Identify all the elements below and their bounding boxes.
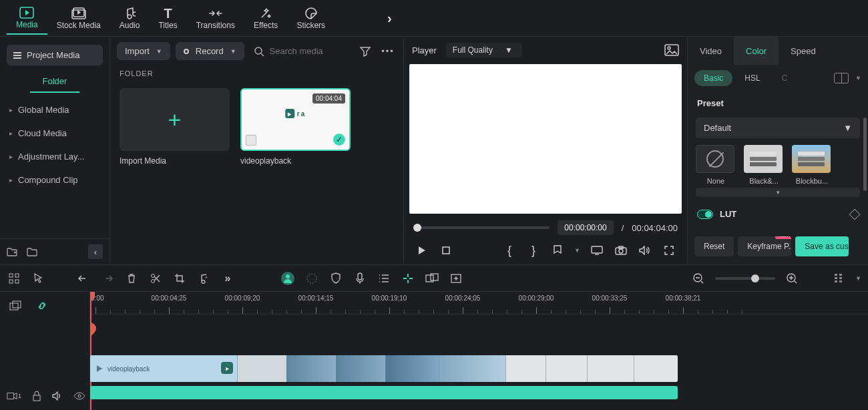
preset-none[interactable]: None	[696, 145, 736, 185]
tab-titles[interactable]: T Titles	[149, 1, 186, 35]
display-icon[interactable]	[590, 243, 604, 258]
mute-icon[interactable]	[52, 389, 63, 403]
volume-icon[interactable]	[638, 243, 652, 258]
zoom-in-icon[interactable]	[785, 271, 799, 286]
video-track-icon[interactable]: 1	[7, 389, 21, 403]
mark-in-icon[interactable]: {	[502, 243, 517, 258]
mic-icon[interactable]	[353, 271, 367, 286]
tab-color[interactable]: Color	[734, 37, 779, 65]
import-button[interactable]: Import▼	[117, 42, 170, 60]
subtab-curves[interactable]: C	[773, 70, 797, 86]
scrub-thumb[interactable]	[413, 224, 421, 232]
logo-badge-icon: ▸	[221, 362, 233, 374]
marker[interactable]	[90, 320, 99, 337]
expand-icon[interactable]: »	[220, 271, 235, 286]
tab-video[interactable]: Video	[688, 37, 734, 65]
chevron-right-icon[interactable]: ›	[387, 11, 392, 26]
snapshot-icon[interactable]	[614, 243, 628, 258]
keyframe-icon[interactable]	[849, 208, 861, 220]
overlap-icon[interactable]	[425, 271, 439, 286]
video-clip[interactable]: videoplayback ▸	[90, 355, 678, 382]
zoom-slider[interactable]	[715, 277, 775, 280]
import-media-card[interactable]: + Import Media	[120, 88, 230, 166]
tab-media[interactable]: Media	[7, 1, 47, 35]
redo-icon[interactable]	[100, 271, 115, 286]
preset-blockbuster[interactable]: Blockbu...	[792, 145, 832, 185]
filter-icon[interactable]	[357, 43, 374, 60]
scrub-track[interactable]	[413, 226, 550, 229]
project-media-button[interactable]: Project Media	[7, 45, 103, 65]
marker-dd-icon[interactable]	[550, 243, 565, 258]
tab-stickers[interactable]: Stickers	[287, 1, 335, 35]
svg-marker-48	[97, 365, 102, 372]
chevron-down-icon[interactable]: ▼	[574, 247, 580, 254]
timeline-area: + » ▼ 1 0	[0, 264, 868, 410]
media-clip-card[interactable]: 00:04:04 ▸ra ✓ videoplayback	[240, 88, 351, 166]
svg-line-6	[261, 53, 264, 56]
zoom-out-icon[interactable]	[691, 271, 706, 286]
ai-avatar-icon[interactable]	[280, 271, 295, 286]
compare-view-icon[interactable]	[834, 73, 849, 83]
split-icon[interactable]	[148, 271, 163, 286]
speed-note-icon[interactable]: +	[196, 271, 211, 286]
scrollbar-thumb[interactable]	[863, 118, 867, 191]
tab-stock-media[interactable]: Stock Media	[47, 1, 110, 35]
tab-transitions[interactable]: Transitions	[187, 1, 244, 35]
list-icon[interactable]	[377, 271, 391, 286]
hamburger-icon	[13, 52, 21, 59]
sidebar-item-compound-clip[interactable]: Compound Clip	[0, 168, 110, 192]
cursor-icon[interactable]	[31, 271, 45, 286]
reset-button[interactable]: Reset	[694, 236, 734, 256]
sidebar-item-adjustment-layer[interactable]: Adjustment Lay...	[0, 145, 110, 168]
quality-dropdown[interactable]: Full Quality ▼	[446, 43, 522, 57]
expand-presets[interactable]	[696, 188, 860, 197]
tab-audio[interactable]: Audio	[110, 1, 150, 35]
link-icon[interactable]	[35, 298, 49, 313]
audio-clip[interactable]	[90, 386, 678, 399]
undo-icon[interactable]	[76, 271, 91, 286]
save-custom-button[interactable]: Save as cus...	[795, 236, 849, 256]
fullscreen-icon[interactable]	[662, 243, 676, 258]
delete-icon[interactable]	[124, 271, 139, 286]
lock-icon[interactable]	[32, 389, 41, 403]
color-wheel-icon[interactable]	[304, 271, 319, 286]
subtab-basic[interactable]: Basic	[694, 70, 732, 86]
lut-toggle[interactable]	[697, 210, 713, 219]
timeline-tracks[interactable]: 00:0000:00:04;2500:00:09;2000:00:14;1500…	[90, 292, 868, 410]
sidebar-item-global-media[interactable]: Global Media	[0, 98, 110, 122]
new-folder-icon[interactable]	[7, 246, 17, 257]
record-button[interactable]: Record▼	[176, 42, 244, 60]
play-icon[interactable]	[415, 243, 429, 258]
chevron-down-icon[interactable]: ▼	[855, 275, 861, 282]
player-canvas[interactable]	[409, 64, 682, 214]
marker-add-icon[interactable]	[401, 271, 415, 286]
tab-speed[interactable]: Speed	[779, 37, 828, 65]
add-track-icon[interactable]	[449, 271, 463, 286]
shield-icon[interactable]	[329, 271, 343, 286]
ruler-label: 00:00:38;21	[666, 294, 701, 302]
stop-icon[interactable]	[439, 243, 453, 258]
visibility-icon[interactable]	[73, 389, 85, 403]
chevron-down-icon[interactable]: ▼	[855, 75, 861, 81]
folder-icon[interactable]	[27, 246, 37, 257]
more-icon[interactable]: •••	[379, 43, 397, 60]
track-height-icon[interactable]	[831, 271, 846, 286]
sidebar-item-cloud-media[interactable]: Cloud Media	[0, 122, 110, 145]
search-input[interactable]	[270, 46, 347, 56]
preset-dropdown[interactable]: Default ▼	[696, 118, 860, 138]
tab-effects[interactable]: Effects	[244, 1, 287, 35]
svg-marker-9	[419, 246, 425, 254]
preset-blackwhite[interactable]: Black&...	[744, 145, 784, 185]
folder-tab[interactable]: Folder	[30, 71, 79, 93]
snapshot-export-icon[interactable]	[664, 44, 679, 56]
timeline-ruler[interactable]: 00:0000:00:04;2500:00:09;2000:00:14;1500…	[90, 292, 868, 315]
collapse-sidebar-icon[interactable]: ‹	[88, 244, 103, 259]
keyframe-panel-button[interactable]: Keyframe P... NEW	[738, 236, 791, 256]
grid-icon[interactable]	[7, 271, 21, 286]
subtab-hsl[interactable]: HSL	[735, 70, 769, 86]
svg-rect-16	[9, 274, 13, 277]
crop-icon[interactable]	[172, 271, 187, 286]
mark-out-icon[interactable]: }	[526, 243, 541, 258]
module-tabs: Media Stock Media Audio T Titles Transit…	[0, 0, 868, 37]
nest-icon[interactable]	[8, 298, 23, 313]
